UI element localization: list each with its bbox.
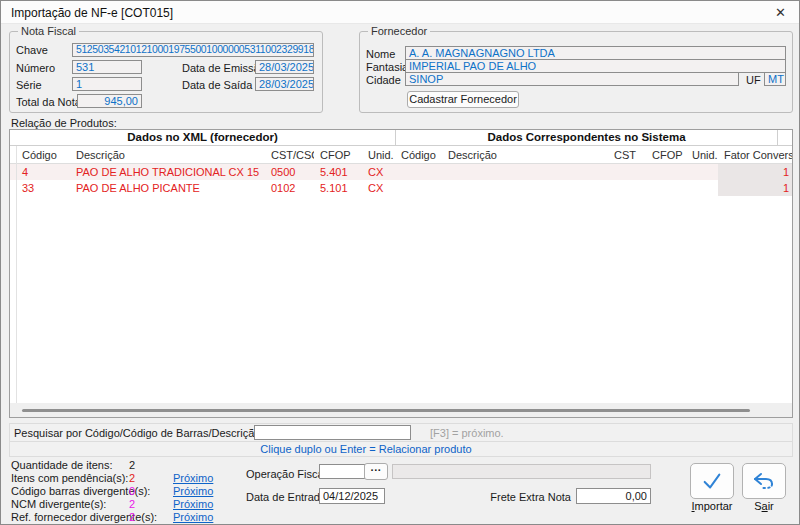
fornecedor-title: Fornecedor xyxy=(368,25,430,37)
cadastrar-fornecedor-button[interactable]: Cadastrar Fornecedor xyxy=(407,91,519,108)
emissao-field: 28/03/2025 xyxy=(255,60,314,74)
cell-xml-codigo: 4 xyxy=(16,164,70,180)
window-title: Importação de NF-e [COT015] xyxy=(11,6,173,20)
numero-label: Número xyxy=(16,62,55,74)
data-entrada-label: Data de Entrada xyxy=(246,491,326,503)
uf-field: MT xyxy=(764,72,786,86)
operacao-fiscal-label: Operação Fiscal xyxy=(246,468,326,480)
proximo-link[interactable]: Próximo xyxy=(173,472,213,484)
saida-field: 28/03/2025 xyxy=(255,77,314,91)
sair-button[interactable]: Sair xyxy=(741,463,787,512)
operacao-fiscal-lookup-button[interactable]: ··· xyxy=(364,463,388,480)
nome-label: Nome xyxy=(366,48,395,60)
col-xml-cst-csosn[interactable]: CST/CSOSN xyxy=(265,146,314,164)
saida-label: Data de Saída xyxy=(182,79,252,91)
col-xml-unid[interactable]: Unid. xyxy=(362,146,395,164)
col-xml-codigo[interactable]: Código xyxy=(16,146,70,164)
summary-value: 2 xyxy=(129,498,159,510)
summary-label: Itens com pendência(s): xyxy=(11,472,128,484)
search-input[interactable] xyxy=(254,425,411,440)
summary-value: 2 xyxy=(129,511,159,523)
ellipsis-icon: ··· xyxy=(371,464,382,476)
chave-label: Chave xyxy=(16,44,48,56)
cell-fator: 1 xyxy=(718,164,793,180)
fantasia-field: IMPERIAL PAO DE ALHO xyxy=(405,59,786,73)
frete-extra-input[interactable] xyxy=(576,488,651,504)
col-fator-conversao[interactable]: Fator Conversão xyxy=(718,146,793,164)
summary-label: Quantidade de itens: xyxy=(11,459,113,471)
cell-xml-cst: 0102 xyxy=(265,180,314,196)
data-entrada-input[interactable] xyxy=(319,488,385,504)
col-sis-codigo[interactable]: Código xyxy=(395,146,442,164)
frete-extra-label: Frete Extra Nota xyxy=(461,491,571,503)
importar-button[interactable]: Importar xyxy=(689,463,735,512)
col-sis-cst[interactable]: CST xyxy=(608,146,646,164)
cell-xml-cst: 0500 xyxy=(265,164,314,180)
relacao-produtos-label: Relação de Produtos: xyxy=(11,117,117,129)
col-sis-cfop[interactable]: CFOP xyxy=(646,146,686,164)
operacao-fiscal-input[interactable] xyxy=(319,464,365,479)
checkmark-icon xyxy=(700,470,724,492)
group-sistema-header: Dados Correspondentes no Sistema xyxy=(395,130,777,146)
scrollbar-thumb[interactable] xyxy=(22,409,750,412)
table-row[interactable]: 33 PAO DE ALHO PICANTE 0102 5.101 CX 1 xyxy=(10,180,792,196)
group-header-row: Dados no XML (fornecedor) Dados Correspo… xyxy=(10,130,792,146)
cell-xml-unid: CX xyxy=(362,180,395,196)
cidade-label: Cidade xyxy=(366,74,401,86)
cell-sis-cfop xyxy=(646,180,686,196)
sair-button-box[interactable] xyxy=(742,463,786,499)
summary-value: 0 xyxy=(129,485,159,497)
cell-xml-descricao: PAO DE ALHO TRADICIONAL CX 15 xyxy=(70,164,265,180)
col-xml-descricao[interactable]: Descrição xyxy=(70,146,265,164)
cell-fator: 1 xyxy=(718,180,793,196)
col-xml-cfop[interactable]: CFOP xyxy=(314,146,362,164)
sair-label: Sair xyxy=(741,500,787,512)
cell-sis-unid xyxy=(686,180,718,196)
cell-sis-codigo xyxy=(395,180,442,196)
group-xml-header: Dados no XML (fornecedor) xyxy=(10,130,395,146)
group-filler xyxy=(777,130,792,146)
operacao-fiscal-description-field xyxy=(392,464,651,479)
horizontal-scrollbar[interactable] xyxy=(10,403,792,417)
import-nfe-dialog: Importação de NF-e [COT015] ✕ Nota Fisca… xyxy=(0,0,800,525)
cell-xml-codigo: 33 xyxy=(16,180,70,196)
col-sis-unid[interactable]: Unid. xyxy=(686,146,718,164)
cell-sis-codigo xyxy=(395,164,442,180)
table-row[interactable]: 4 PAO DE ALHO TRADICIONAL CX 15 0500 5.4… xyxy=(10,164,792,180)
summary-label: NCM divergente(s): xyxy=(11,498,106,510)
cell-xml-unid: CX xyxy=(362,164,395,180)
proximo-link[interactable]: Próximo xyxy=(173,511,213,523)
cidade-field: SINOP xyxy=(405,72,739,86)
products-grid[interactable]: Dados no XML (fornecedor) Dados Correspo… xyxy=(9,129,793,418)
nota-fiscal-title: Nota Fiscal xyxy=(18,25,79,37)
emissao-label: Data de Emissão xyxy=(182,62,266,74)
summary-value: 2 xyxy=(129,459,159,471)
double-click-hint: Clique duplo ou Enter = Relacionar produ… xyxy=(10,442,792,456)
cell-sis-cst xyxy=(608,164,646,180)
close-icon[interactable]: ✕ xyxy=(775,5,786,20)
serie-label: Série xyxy=(16,79,42,91)
total-label: Total da Nota xyxy=(16,96,81,108)
proximo-link[interactable]: Próximo xyxy=(173,498,213,510)
importar-button-box[interactable] xyxy=(690,463,734,499)
nota-fiscal-group: Nota Fiscal Chave 5125035421012100019755… xyxy=(9,31,323,113)
numero-field: 531 xyxy=(72,60,142,74)
cell-xml-cfop: 5.401 xyxy=(314,164,362,180)
column-header-row: Código Descrição CST/CSOSN CFOP Unid. Có… xyxy=(10,146,792,164)
cell-xml-cfop: 5.101 xyxy=(314,180,362,196)
cell-sis-cfop xyxy=(646,164,686,180)
fornecedor-group: Fornecedor Nome A. A. MAGNAGNAGNO LTDA F… xyxy=(359,31,793,113)
f3-hint: [F3] = próximo. xyxy=(430,427,504,439)
proximo-link[interactable]: Próximo xyxy=(173,485,213,497)
cell-sis-descricao xyxy=(442,164,608,180)
fantasia-label: Fantasia xyxy=(366,61,408,73)
grid-indicator-column xyxy=(16,146,17,403)
uf-label: UF xyxy=(746,74,761,86)
cell-sis-unid xyxy=(686,164,718,180)
cell-sis-cst xyxy=(608,180,646,196)
importar-label: Importar xyxy=(689,500,735,512)
search-panel: Pesquisar por Código/Código de Barras/De… xyxy=(9,423,793,442)
col-sis-descricao[interactable]: Descrição xyxy=(442,146,608,164)
hint-panel: Clique duplo ou Enter = Relacionar produ… xyxy=(9,441,793,457)
total-field: 945,00 xyxy=(77,94,142,108)
